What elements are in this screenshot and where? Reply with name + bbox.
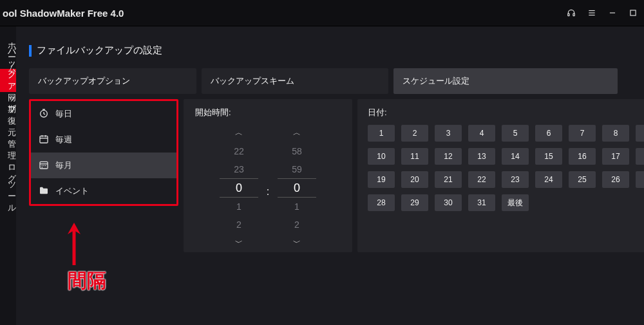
day-button[interactable]: 22 — [468, 171, 495, 188]
date-panel: 日付: 123456789101112131415161718192021222… — [357, 99, 644, 252]
page-title: ファイルバックアップの設定 — [29, 44, 644, 57]
option-item[interactable]: イベント — [31, 178, 176, 204]
tabs: バックアップオプション バックアップスキーム スケジュール設定 — [29, 68, 644, 94]
time-colon: : — [267, 183, 269, 201]
day-button[interactable]: 28 — [368, 194, 395, 211]
app-title: ool ShadowMaker Free 4.0 — [3, 8, 124, 19]
tab-scheme[interactable]: バックアップスキーム — [202, 68, 388, 94]
day-button[interactable]: 11 — [401, 148, 428, 165]
day-button[interactable]: 29 — [401, 194, 428, 211]
option-item[interactable]: 毎週 — [31, 127, 176, 153]
minimize-icon[interactable] — [608, 8, 617, 17]
day-button[interactable]: 17 — [602, 148, 629, 165]
day-button[interactable]: 30 — [435, 194, 462, 211]
page-title-text: ファイルバックアップの設定 — [37, 44, 162, 57]
chevron-up-icon[interactable]: ︿ — [293, 124, 301, 142]
hour-val: 22 — [234, 142, 244, 160]
hour-val: 23 — [234, 160, 244, 178]
panels-row: 毎日毎週毎月イベント 間隔 開始時間: ︿ 22 23 — [29, 99, 644, 252]
sidebar: ホームバックアップ同期復元管理ログツール — [0, 26, 16, 325]
options-panel: 毎日毎週毎月イベント 間隔 — [29, 99, 178, 252]
day-button[interactable]: 9 — [636, 125, 644, 142]
svg-rect-6 — [630, 10, 636, 15]
day-button[interactable]: 最後 — [502, 194, 529, 211]
option-item[interactable]: 毎月 — [31, 153, 176, 178]
titlebar-buttons — [567, 8, 638, 17]
day-button[interactable]: 31 — [468, 194, 495, 211]
day-button[interactable]: 6 — [535, 125, 562, 142]
svg-rect-0 — [568, 14, 569, 16]
min-val: 58 — [292, 142, 302, 160]
chevron-down-icon[interactable]: ﹀ — [293, 234, 301, 252]
time-panel: 開始時間: ︿ 22 23 0 1 2 ﹀ — [184, 99, 352, 252]
annotation-text: 間隔 — [68, 268, 106, 294]
option-item[interactable]: 毎日 — [31, 101, 176, 127]
sidebar-item[interactable]: 管理 — [0, 138, 16, 162]
svg-rect-12 — [40, 162, 48, 169]
day-button[interactable]: 7 — [569, 125, 596, 142]
min-val: 2 — [294, 216, 299, 234]
option-label: 毎月 — [55, 160, 72, 171]
day-button[interactable]: 19 — [368, 171, 395, 188]
cal-month-icon — [39, 160, 49, 172]
day-button[interactable]: 25 — [569, 171, 596, 188]
date-label: 日付: — [368, 107, 644, 118]
day-button[interactable]: 2 — [401, 125, 428, 142]
menu-icon[interactable] — [587, 8, 596, 17]
cal-week-icon — [39, 134, 49, 146]
svg-rect-8 — [40, 136, 48, 143]
min-val: 59 — [292, 160, 302, 178]
sidebar-item[interactable]: 復元 — [0, 115, 16, 138]
sidebar-item[interactable]: ツール — [0, 185, 16, 208]
day-button[interactable]: 18 — [636, 148, 644, 165]
minute-column[interactable]: ︿ 58 59 0 1 2 ﹀ — [281, 124, 313, 252]
titlebar: ool ShadowMaker Free 4.0 — [0, 0, 644, 26]
min-current: 0 — [278, 178, 316, 198]
headset-icon[interactable] — [567, 8, 576, 17]
tab-options[interactable]: バックアップオプション — [29, 68, 196, 94]
annotation-arrow — [62, 221, 86, 266]
chevron-up-icon[interactable]: ︿ — [235, 124, 243, 142]
svg-rect-1 — [573, 14, 574, 16]
day-button[interactable]: 12 — [435, 148, 462, 165]
start-time-label: 開始時間: — [184, 107, 352, 118]
maximize-icon[interactable] — [629, 8, 638, 17]
day-button[interactable]: 23 — [502, 171, 529, 188]
tab-schedule[interactable]: スケジュール設定 — [393, 68, 618, 94]
hour-current: 0 — [220, 178, 258, 198]
hour-column[interactable]: ︿ 22 23 0 1 2 ﹀ — [223, 124, 255, 252]
folder-icon — [39, 185, 49, 198]
option-label: 毎週 — [55, 134, 72, 145]
main-area: ファイルバックアップの設定 バックアップオプション バックアップスキーム スケジ… — [16, 26, 644, 325]
day-button[interactable]: 13 — [468, 148, 495, 165]
day-button[interactable]: 1 — [368, 125, 395, 142]
day-button[interactable]: 4 — [468, 125, 495, 142]
day-button[interactable]: 27 — [636, 171, 644, 188]
date-grid: 1234567891011121314151617181920212223242… — [368, 125, 644, 211]
sidebar-item[interactable]: バックアップ — [0, 69, 16, 92]
day-button[interactable]: 10 — [368, 148, 395, 165]
day-button[interactable]: 26 — [602, 171, 629, 188]
option-label: イベント — [55, 185, 89, 197]
sidebar-item[interactable]: 同期 — [0, 92, 16, 115]
clock-icon — [39, 108, 49, 120]
option-label: 毎日 — [55, 108, 72, 120]
app-window: ool ShadowMaker Free 4.0 ホームバックアップ同期復元管理… — [0, 0, 644, 325]
min-val: 1 — [294, 198, 299, 216]
day-button[interactable]: 24 — [535, 171, 562, 188]
day-button[interactable]: 21 — [435, 171, 462, 188]
day-button[interactable]: 5 — [502, 125, 529, 142]
day-button[interactable]: 20 — [401, 171, 428, 188]
chevron-down-icon[interactable]: ﹀ — [235, 234, 243, 252]
day-button[interactable]: 8 — [602, 125, 629, 142]
hour-val: 1 — [236, 198, 242, 216]
hour-val: 2 — [236, 216, 242, 234]
day-button[interactable]: 14 — [502, 148, 529, 165]
day-button[interactable]: 15 — [535, 148, 562, 165]
day-button[interactable]: 3 — [435, 125, 462, 142]
day-button[interactable]: 16 — [569, 148, 596, 165]
app-body: ホームバックアップ同期復元管理ログツール ファイルバックアップの設定 バックアッ… — [0, 26, 644, 325]
options-highlight-box: 毎日毎週毎月イベント — [29, 99, 178, 206]
